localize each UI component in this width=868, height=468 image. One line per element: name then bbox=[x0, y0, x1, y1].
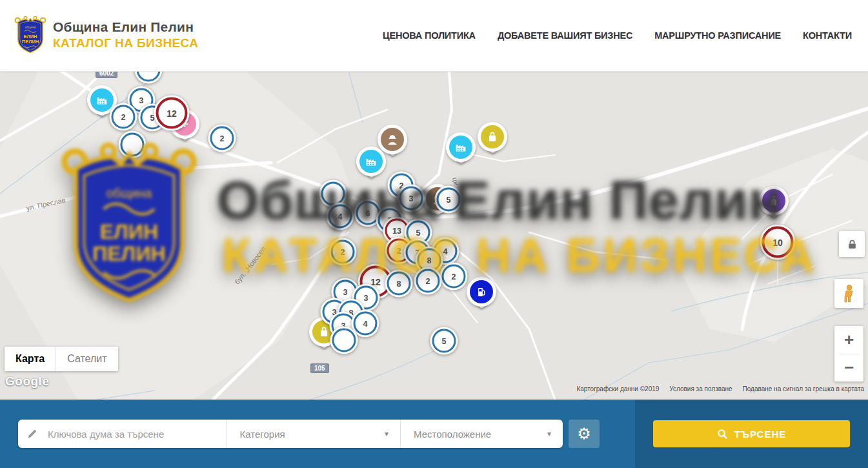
cluster-count bbox=[332, 329, 356, 352]
search-input[interactable] bbox=[46, 419, 227, 449]
map-type-control: Карта Сателит bbox=[5, 347, 118, 371]
zoom-control: + − bbox=[834, 326, 863, 382]
marker-cluster[interactable]: 2 bbox=[440, 263, 468, 290]
bag-icon bbox=[481, 125, 504, 148]
site-header: община ЕЛИН ПЕЛИН Община Елин Пелин КАТА… bbox=[0, 0, 868, 72]
main-nav: ЦЕНОВА ПОЛИТИКАДОБАВЕТЕ ВАШИЯТ БИЗНЕСМАР… bbox=[383, 0, 852, 71]
fuel-icon bbox=[470, 280, 493, 303]
marker-cluster[interactable]: 5 bbox=[430, 327, 458, 355]
marker-cluster[interactable]: 12 bbox=[154, 96, 190, 131]
svg-text:ПЕЛИН: ПЕЛИН bbox=[22, 39, 39, 45]
marker-pin-fuel[interactable] bbox=[467, 277, 496, 307]
gear-icon: ⚙ bbox=[577, 425, 591, 443]
marker-cluster[interactable]: 4 bbox=[327, 203, 354, 230]
cluster-count: 10 bbox=[762, 227, 794, 258]
marker-pin-factory[interactable] bbox=[446, 132, 476, 162]
attribution-link[interactable]: Условия за ползване bbox=[669, 385, 732, 392]
road-number-badge: 105 bbox=[310, 363, 329, 373]
nav-item-4[interactable]: КОНТАКТИ bbox=[803, 30, 852, 41]
cluster-count: 2 bbox=[416, 269, 440, 293]
cluster-count: 3 bbox=[399, 187, 423, 210]
zoom-in-button[interactable]: + bbox=[834, 326, 863, 354]
search-box: Категория ▾ Местоположение ▾ bbox=[18, 420, 563, 448]
cluster-count: 5 bbox=[432, 329, 456, 353]
cluster-count: 2 bbox=[331, 240, 355, 264]
nav-item-3[interactable]: МАРШРУТНО РАЗПИСАНИЕ bbox=[654, 30, 781, 41]
search-bar: Категория ▾ Местоположение ▾ ⚙ ТЪРСЕНЕ bbox=[0, 400, 868, 468]
crest-top-label: община bbox=[25, 26, 36, 29]
keyword-segment bbox=[18, 420, 227, 448]
advanced-settings-button[interactable]: ⚙ bbox=[569, 420, 600, 448]
nav-item-2[interactable]: ДОБАВЕТЕ ВАШИЯТ БИЗНЕС bbox=[498, 30, 632, 41]
search-bar-right: ТЪРСЕНЕ bbox=[635, 400, 868, 468]
pencil-icon bbox=[18, 428, 46, 440]
marker-pin-factory[interactable] bbox=[356, 147, 386, 176]
factory-icon bbox=[90, 88, 114, 112]
zoom-out-button[interactable]: − bbox=[834, 354, 863, 382]
site-title: Община Елин Пелин bbox=[53, 19, 198, 36]
marker-cluster[interactable]: 8 bbox=[385, 270, 413, 298]
cluster-count: 4 bbox=[354, 312, 378, 336]
site-logo[interactable]: община ЕЛИН ПЕЛИН Община Елин Пелин КАТА… bbox=[14, 14, 198, 56]
google-logo[interactable]: Google bbox=[5, 374, 49, 389]
location-dropdown[interactable]: Местоположение ▾ bbox=[400, 420, 563, 448]
road-number-badge: 6002 bbox=[96, 71, 117, 78]
map-type-map-button[interactable]: Карта bbox=[5, 347, 56, 371]
cluster-count: 2 bbox=[112, 105, 136, 129]
map-type-satellite-button[interactable]: Сателит bbox=[56, 347, 117, 371]
search-button[interactable]: ТЪРСЕНЕ bbox=[653, 420, 850, 447]
marker-cluster[interactable]: 5 bbox=[435, 186, 463, 214]
chevron-down-icon: ▾ bbox=[547, 429, 551, 438]
marker-cluster[interactable]: 10 bbox=[760, 225, 796, 260]
marker-pin-church[interactable] bbox=[759, 186, 789, 216]
pegman-icon bbox=[841, 284, 858, 303]
factory-icon bbox=[449, 136, 472, 159]
search-bar-left: Категория ▾ Местоположение ▾ ⚙ bbox=[0, 400, 635, 468]
municipality-crest-icon: община ЕЛИН ПЕЛИН bbox=[14, 14, 46, 56]
search-icon bbox=[717, 429, 728, 440]
cluster-count: 5 bbox=[437, 188, 461, 212]
marker-pin-bag[interactable] bbox=[478, 122, 507, 152]
lock-icon bbox=[847, 239, 858, 250]
church-icon bbox=[762, 189, 785, 212]
cluster-count: 2 bbox=[210, 127, 234, 150]
street-view-lock-button[interactable] bbox=[839, 231, 865, 257]
cluster-count bbox=[121, 133, 145, 157]
marker-cluster[interactable]: 2 bbox=[208, 125, 236, 152]
attribution-link[interactable]: Подаване на сигнал за грешка в картата bbox=[743, 385, 864, 392]
marker-cluster[interactable]: 2 bbox=[414, 267, 442, 295]
cluster-count: 2 bbox=[442, 265, 466, 289]
marker-cluster[interactable]: 3 bbox=[398, 185, 425, 212]
street-label: ци bbox=[451, 177, 460, 187]
cluster-count: 8 bbox=[387, 272, 411, 296]
attribution-text: Картографски данни ©2019 bbox=[576, 385, 659, 392]
map-canvas[interactable]: община ЕЛИН ПЕЛИН Община Елин Пелин КАТА… bbox=[0, 71, 868, 400]
marker-cluster[interactable]: 2 bbox=[110, 103, 137, 131]
cluster-count: 4 bbox=[328, 205, 352, 229]
cluster-count bbox=[137, 71, 161, 82]
marker-cluster[interactable]: 2 bbox=[329, 238, 357, 266]
chevron-down-icon: ▾ bbox=[385, 429, 389, 438]
category-dropdown[interactable]: Категория ▾ bbox=[227, 420, 401, 448]
factory-icon bbox=[359, 150, 383, 173]
cluster-count: 12 bbox=[156, 97, 188, 129]
site-subtitle: КАТАЛОГ НА БИЗНЕСА bbox=[53, 36, 198, 51]
map-attribution: Картографски данни ©2019Условия за ползв… bbox=[576, 385, 864, 392]
nav-item-1[interactable]: ЦЕНОВА ПОЛИТИКА bbox=[383, 30, 476, 41]
marker-cluster[interactable] bbox=[119, 131, 146, 159]
pegman-button[interactable] bbox=[834, 279, 863, 308]
marker-cluster[interactable] bbox=[330, 327, 358, 354]
